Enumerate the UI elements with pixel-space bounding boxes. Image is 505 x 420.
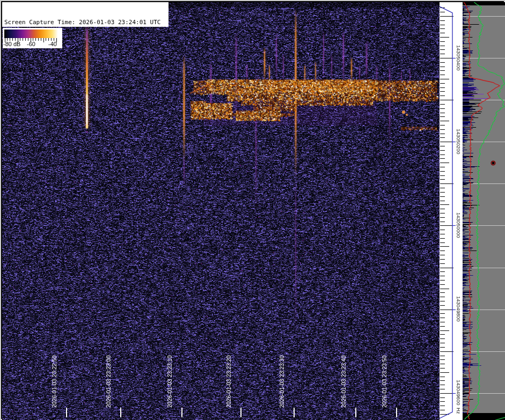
capture-info-panel: Screen Capture Time: 2026-01-03 23:24:01… <box>2 2 169 27</box>
frequency-axis-label: 143050000 <box>456 212 462 238</box>
color-scale-legend: -80 dB -60 -40 <box>3 28 62 48</box>
capture-config-text: Config = V8 <box>4 65 169 73</box>
frequency-ruler[interactable]: 1430504001430502001430500001430498001430… <box>440 2 463 420</box>
color-scale-gradient <box>4 30 58 38</box>
frequency-axis-label: 143049800 <box>456 296 462 322</box>
spectrum-side-panel[interactable] <box>463 2 505 420</box>
frequency-axis-label: 143049600 <box>456 380 462 406</box>
capture-time-text: Screen Capture Time: 2026-01-03 23:24:01… <box>4 19 169 27</box>
frequency-axis-label: 143050400 <box>456 45 462 71</box>
screenshot-root: { "header": { "line1": "Screen Capture T… <box>0 0 505 420</box>
spectrum-panel-canvas[interactable] <box>463 2 505 420</box>
legend-label-max: -40 <box>48 41 57 47</box>
spectrum-lab-window: Screen Capture Time: 2026-01-03 23:24:01… <box>0 0 505 420</box>
frequency-axis-label: 143050200 <box>456 129 462 154</box>
legend-label-mid: -60 <box>27 41 35 47</box>
waterfall-display[interactable]: Screen Capture Time: 2026-01-03 23:24:01… <box>2 2 440 420</box>
legend-label-min: -80 dB <box>3 41 20 47</box>
frequency-unit-label: Hz <box>456 408 462 414</box>
